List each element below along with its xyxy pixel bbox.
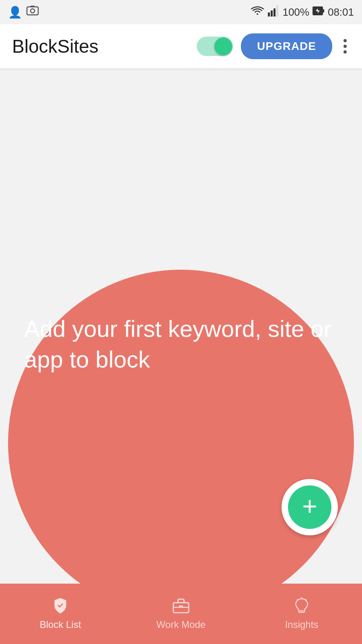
time-display: 08:01 (328, 6, 354, 19)
svg-rect-0 (27, 7, 38, 15)
nav-label-block-list: Block List (40, 619, 81, 630)
nav-item-block-list[interactable]: Block List (0, 591, 121, 637)
bottom-navigation: Block List Work Mode Insights (0, 584, 362, 644)
toggle-track (197, 37, 233, 56)
nav-label-work-mode: Work Mode (156, 619, 206, 630)
menu-dot-2 (343, 45, 347, 48)
svg-rect-6 (276, 5, 278, 17)
wifi-icon (250, 5, 265, 19)
status-bar: 👤​ 100% (0, 0, 362, 24)
nav-item-work-mode[interactable]: Work Mode (121, 591, 241, 637)
block-toggle[interactable] (197, 37, 233, 56)
menu-dot-1 (343, 39, 347, 42)
svg-rect-5 (274, 8, 276, 17)
app-bar: BlockSites UPGRADE (0, 24, 362, 68)
svg-rect-8 (323, 9, 324, 12)
upgrade-button[interactable]: UPGRADE (241, 33, 332, 59)
signal-icon (268, 5, 279, 19)
briefcase-icon (173, 597, 189, 616)
svg-rect-2 (31, 6, 35, 7)
svg-line-15 (297, 599, 298, 600)
more-options-button[interactable] (340, 36, 350, 57)
app-bar-actions: UPGRADE (197, 33, 350, 59)
app-title: BlockSites (12, 35, 99, 57)
add-icon: + (302, 493, 317, 519)
svg-point-1 (31, 9, 35, 13)
battery-icon (313, 5, 325, 19)
svg-rect-3 (268, 12, 270, 17)
status-bar-left: 👤​ (8, 4, 40, 21)
bulb-icon (293, 597, 310, 616)
nav-label-insights: Insights (285, 619, 319, 630)
svg-rect-4 (271, 10, 273, 17)
shield-icon (52, 597, 69, 616)
status-bar-right: 100% 08:01 (250, 5, 354, 19)
add-block-button[interactable]: + (288, 485, 331, 529)
screenshot-icon (25, 4, 40, 21)
nav-item-insights[interactable]: Insights (241, 591, 362, 637)
hero-message: Add your first keyword, site or app to b… (24, 316, 331, 372)
toggle-thumb (214, 37, 232, 55)
hero-text: Add your first keyword, site or app to b… (24, 314, 338, 374)
svg-line-14 (305, 599, 306, 600)
menu-dot-3 (343, 50, 347, 54)
notification-icon: 👤​ (8, 6, 22, 19)
main-content: Add your first keyword, site or app to b… (0, 68, 362, 584)
battery-percentage: 100% (282, 6, 309, 19)
fab-container: + (282, 479, 338, 535)
